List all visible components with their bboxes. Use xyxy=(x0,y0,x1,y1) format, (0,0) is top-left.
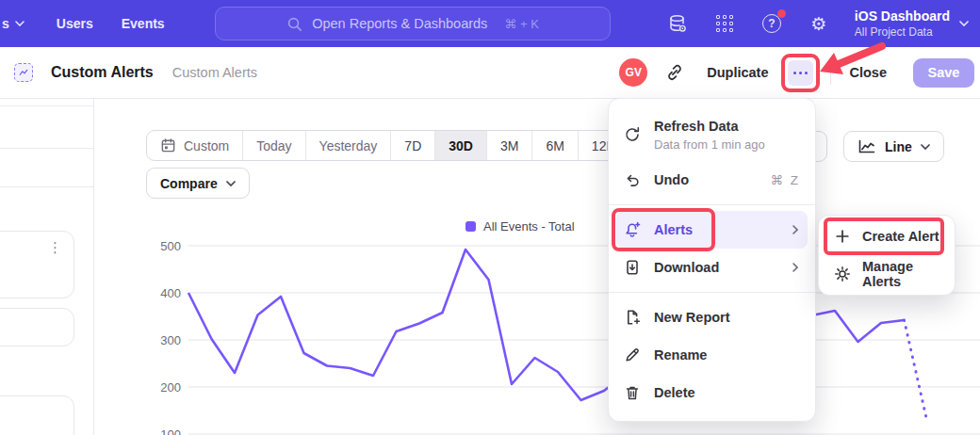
kebab-menu-icon[interactable]: ⋮ xyxy=(48,239,62,256)
help-icon[interactable]: ? xyxy=(760,12,783,35)
menu-item-download[interactable]: Download xyxy=(609,249,815,286)
menu-item-delete[interactable]: Delete xyxy=(609,374,815,411)
trash-icon xyxy=(624,384,641,401)
range-7d[interactable]: 7D xyxy=(390,131,434,160)
query-builder-sidebar: ⋮ xyxy=(0,99,94,435)
header-actions: GV Duplicate Close Save xyxy=(619,54,974,92)
line-chart-icon xyxy=(858,139,876,154)
undo-shortcut: ⌘ Z xyxy=(771,172,801,187)
range-today[interactable]: Today xyxy=(242,131,304,160)
calendar-icon xyxy=(160,137,176,153)
plus-icon xyxy=(834,228,851,245)
range-custom[interactable]: Custom xyxy=(147,131,242,160)
date-range-control: Custom Today Yesterday 7D 30D 3M 6M 12M xyxy=(146,130,631,161)
notification-dot xyxy=(777,9,786,18)
event-card[interactable] xyxy=(0,308,74,346)
global-search-input[interactable]: Open Reports & Dashboards ⌘ + K xyxy=(215,7,611,40)
bell-plus-icon xyxy=(624,221,641,238)
submenu-item-create-alert[interactable]: Create Alert xyxy=(819,218,955,255)
chevron-down-icon xyxy=(921,144,930,150)
event-card[interactable] xyxy=(0,395,74,435)
gear-icon xyxy=(834,266,851,282)
compare-button[interactable]: Compare xyxy=(146,168,250,199)
refresh-status-text: Data from 1 min ago xyxy=(654,137,800,152)
duplicate-button[interactable]: Duplicate xyxy=(707,65,768,80)
chart-type-button[interactable]: Line xyxy=(843,131,944,162)
page-title: Custom Alerts xyxy=(51,64,154,81)
alerts-submenu: Create Alert Manage Alerts xyxy=(818,215,956,296)
file-plus-icon xyxy=(624,309,641,326)
menu-item-label: Rename xyxy=(654,347,800,362)
undo-icon xyxy=(624,171,641,188)
menu-item-label: Undo xyxy=(654,172,758,187)
annotation-box-more xyxy=(781,54,820,92)
svg-text:500: 500 xyxy=(160,239,181,253)
search-shortcut: ⌘ + K xyxy=(504,17,539,31)
project-scope: All Project Data xyxy=(855,25,950,39)
top-nav-left: s Users Events xyxy=(0,0,165,47)
menu-item-undo[interactable]: Undo ⌘ Z xyxy=(609,161,815,199)
menu-item-label: Delete xyxy=(654,385,800,400)
chevron-down-icon xyxy=(959,21,969,26)
submenu-item-label: Manage Alerts xyxy=(862,259,939,289)
project-switcher[interactable]: iOS Dashboard All Project Data xyxy=(855,8,969,39)
avatar[interactable]: GV xyxy=(619,58,647,87)
header-divider xyxy=(830,60,831,85)
range-yesterday[interactable]: Yesterday xyxy=(305,131,391,160)
range-3m[interactable]: 3M xyxy=(486,131,531,160)
nav-item-events[interactable]: Events xyxy=(122,16,165,31)
report-header: Custom Alerts Custom Alerts GV Duplicate… xyxy=(0,47,980,99)
search-placeholder: Open Reports & Dashboards xyxy=(312,16,487,31)
sidebar-divider xyxy=(0,105,93,106)
chevron-down-icon xyxy=(226,181,236,186)
menu-item-label: Download xyxy=(654,260,777,275)
event-card[interactable]: ⋮ xyxy=(0,231,74,298)
menu-item-label: New Report xyxy=(654,310,800,325)
top-nav-right: ? ⚙ iOS Dashboard All Project Data xyxy=(666,0,980,47)
svg-text:100: 100 xyxy=(160,427,181,435)
breadcrumb: Custom Alerts xyxy=(172,65,257,80)
refresh-icon xyxy=(624,126,641,143)
search-icon xyxy=(286,16,302,32)
download-icon xyxy=(624,259,641,276)
menu-divider xyxy=(609,204,815,205)
submenu-item-label: Create Alert xyxy=(862,229,939,244)
save-button[interactable]: Save xyxy=(913,58,974,88)
app-window: s Users Events Open Reports & Dashboards… xyxy=(0,0,980,435)
svg-text:200: 200 xyxy=(160,380,181,395)
nav-item-truncated-label: s xyxy=(2,16,9,31)
menu-item-refresh-data[interactable]: Refresh Data Data from 1 min ago xyxy=(609,108,815,161)
settings-gear-icon[interactable]: ⚙ xyxy=(808,12,830,35)
submenu-item-manage-alerts[interactable]: Manage Alerts xyxy=(819,255,955,293)
copy-link-icon[interactable] xyxy=(665,63,684,82)
sidebar-divider xyxy=(0,148,93,149)
project-name: iOS Dashboard xyxy=(855,8,950,24)
close-button[interactable]: Close xyxy=(850,65,888,80)
chevron-right-icon xyxy=(792,225,798,234)
menu-divider xyxy=(609,292,815,293)
top-nav: s Users Events Open Reports & Dashboards… xyxy=(0,0,980,47)
menu-item-label: Alerts xyxy=(654,222,777,237)
report-chart-icon xyxy=(14,63,33,82)
sidebar-divider xyxy=(0,186,93,187)
pencil-icon xyxy=(624,346,641,363)
overflow-menu: Refresh Data Data from 1 min ago Undo ⌘ … xyxy=(608,98,816,422)
apps-grid-icon[interactable] xyxy=(713,12,736,35)
menu-item-new-report[interactable]: New Report xyxy=(609,298,815,336)
chevron-down-icon xyxy=(15,21,24,26)
nav-item-truncated[interactable]: s xyxy=(2,16,24,31)
svg-text:400: 400 xyxy=(160,286,181,300)
range-30d-selected[interactable]: 30D xyxy=(434,131,486,160)
more-options-button[interactable] xyxy=(788,60,813,86)
nav-item-users[interactable]: Users xyxy=(57,16,93,31)
menu-item-label: Refresh Data xyxy=(654,119,800,134)
menu-item-rename[interactable]: Rename xyxy=(609,336,815,374)
range-6m[interactable]: 6M xyxy=(531,131,577,160)
data-icon[interactable] xyxy=(666,12,689,35)
chevron-right-icon xyxy=(792,263,798,272)
svg-text:300: 300 xyxy=(160,333,181,347)
menu-item-alerts[interactable]: Alerts xyxy=(616,211,808,249)
